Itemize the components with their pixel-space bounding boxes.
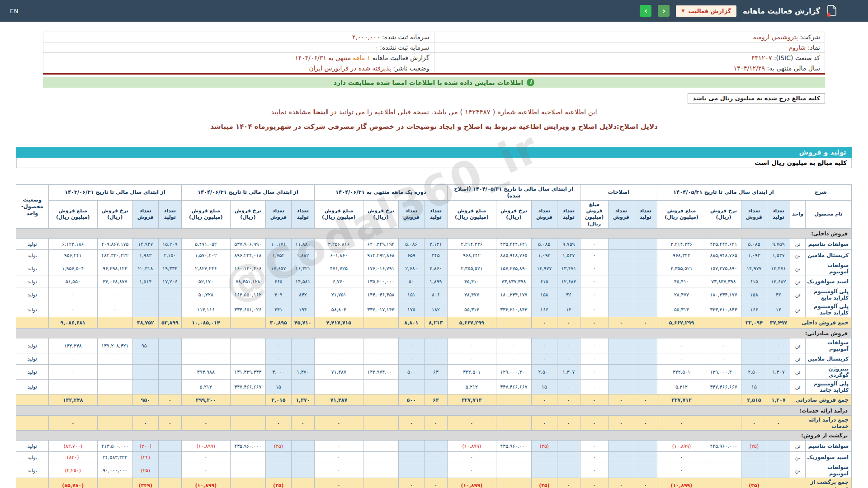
value-cell: ۱,۸۸۲ [291, 250, 314, 261]
sub-col-header: نرخ فروش (ریال) [230, 200, 265, 228]
symbol-value: شاروم [788, 44, 806, 51]
product-status-cell: تولید [16, 276, 48, 287]
value-cell [158, 463, 181, 478]
previous-report-button[interactable]: ‹ [658, 5, 670, 17]
value-cell [767, 478, 790, 488]
unit-cell: تن [790, 239, 805, 250]
value-cell [741, 463, 767, 478]
value-cell: ۰ [363, 338, 398, 353]
value-cell [608, 353, 634, 365]
value-cell: ۰ [741, 338, 767, 353]
value-cell: ۴۳۵,۹۶۰,۰۰۰ [706, 441, 741, 452]
product-name: سولفات پتاسیم [806, 441, 852, 452]
value-cell [608, 380, 634, 394]
value-cell: ۰ [580, 441, 608, 452]
value-cell: ۹۶۸,۳۴۲ [447, 250, 496, 261]
value-cell: (۲۵) [531, 478, 557, 488]
language-switch-en[interactable]: EN [10, 8, 19, 14]
value-cell: (۸۵,۷۸۰) [48, 478, 97, 488]
table-row: پلی آلومینیوم کلراید جامدتن۱۲۱۶۶۳۳۳,۲۱۰,… [16, 302, 851, 317]
production-sales-table: شرحاز ابتدای سال مالی تا تاریخ ۱۴۰۴/۰۵/۳… [16, 184, 852, 488]
value-cell [496, 317, 531, 328]
product-name: کریستال ملامین [806, 250, 852, 261]
value-cell [608, 239, 634, 250]
value-cell: (۱۰,۸۹۹) [447, 441, 496, 452]
product-status-cell: تولید [16, 452, 48, 463]
value-cell [634, 302, 657, 317]
value-cell: ۲,۳۵۵,۵۲۱ [447, 261, 496, 276]
value-cell: ۰ [557, 338, 580, 353]
header-subcol-row: نام محصولواحدتعداد تولیدتعداد فروشنرخ فر… [16, 200, 851, 228]
value-cell: ۱۴,۹۷۷ [741, 261, 767, 276]
value-cell: ۴۵,۷۱۰ [291, 317, 314, 328]
report-document-icon[interactable] [826, 5, 836, 17]
fiscal-year-label: سال مالی منتهی به: [767, 65, 820, 72]
section-label: فروش صادراتی: [16, 328, 851, 338]
value-cell: ۱۶۶ [741, 302, 767, 317]
report-type-dropdown[interactable]: گزارش فعالیت ▼ [676, 5, 736, 17]
value-cell: ۰ [767, 353, 790, 365]
value-cell: ۳۲۲,۵۰۱ [657, 365, 706, 380]
value-cell: ۱,۹۸۳ [132, 250, 158, 261]
value-cell: ۰ [97, 302, 132, 317]
col-group-1: اصلاحات [580, 185, 657, 201]
value-cell: ۲,۵۰۰ [531, 365, 557, 380]
value-cell: ۳۴۷,۴۶۶,۶۶۷ [496, 380, 531, 394]
sub-col-header: تعداد فروش [398, 200, 424, 228]
value-cell [706, 394, 741, 406]
value-cell [230, 478, 265, 488]
value-cell: ۸۴۲ [291, 287, 314, 302]
product-status-cell: تولید [16, 338, 48, 353]
value-cell: ۱۰,۰۸۵,۰۱۴ [181, 317, 230, 328]
value-cell: ۳۸,۷۵۲ [132, 317, 158, 328]
previous-version-link[interactable]: اینجا [313, 108, 328, 116]
value-cell [767, 463, 790, 478]
value-cell: ۵,۰۸۵ [741, 239, 767, 250]
value-cell: ۷۳,۸۳۷,۳۹۸ [496, 276, 531, 287]
table-row: اسید سولفوریکتن۰۰۰۰۰(۲۴)۳۴,۵۸۳,۳۳۳(۸۳۰)ت… [16, 452, 851, 463]
value-cell: ۲,۲۱۴,۲۳۶ [447, 239, 496, 250]
unit-cell: تن [790, 380, 805, 394]
value-cell: ۳۶ [557, 287, 580, 302]
value-cell [291, 452, 314, 463]
value-cell [634, 380, 657, 394]
col-group-3: دوره یک ماهه منتهی به ۱۴۰۴/۰۶/۳۱ [314, 185, 447, 201]
value-cell [767, 441, 790, 452]
value-cell: ۰ [363, 353, 398, 365]
value-cell: (۲۵) [741, 478, 767, 488]
value-cell: ۱۰,۱۷۱ [265, 239, 291, 250]
value-cell: ۰ [657, 416, 706, 431]
value-cell: ۰ [657, 452, 706, 463]
value-cell: ۰ [447, 353, 496, 365]
amendment-notice-text: این اطلاعیه اصلاحیه اطلاعیه شماره ( ۱۴۲۴… [330, 108, 597, 116]
value-cell [741, 452, 767, 463]
value-cell: ۰ [424, 353, 447, 365]
value-cell: ۱۲۹,۰۰۰,۴۰۰ [496, 365, 531, 380]
sub-col-header: تعداد تولید [158, 200, 181, 228]
report-period-label: گزارش فعالیت ماهانه [373, 54, 429, 61]
info-row: سال مالی منتهی به: ۱۴۰۴/۱۲/۲۹ وضعیت ناشر… [43, 63, 825, 74]
unit-cell: تن [790, 250, 805, 261]
row-label: جمع برگشت از فروش [790, 478, 851, 488]
value-cell: ۴۳۵,۴۴۴,۶۴۱ [496, 239, 531, 250]
value-cell: ۰ [97, 380, 132, 394]
value-cell: ۷۳,۸۳۷,۳۹۸ [706, 276, 741, 287]
value-cell: ۹,۰۸۶,۶۸۱ [48, 317, 97, 328]
value-cell: (۲۵) [265, 478, 291, 488]
value-cell: ۲۲,۰۹۴ [741, 317, 767, 328]
col-group-2: از ابتدای سال مالی تا تاریخ ۱۴۰۴/۰۵/۳۱ (… [447, 185, 580, 201]
next-report-button[interactable]: › [640, 5, 651, 17]
table-row: سولفات آمونیومتن۱۳,۴۷۱۱۴,۹۷۷۱۵۷,۲۷۵,۸۹۰۲… [16, 261, 851, 276]
value-cell [424, 441, 447, 452]
section-row: فروش داخلی: [16, 229, 851, 239]
product-status-cell: تولید [16, 365, 48, 380]
value-cell: ۰ [48, 380, 97, 394]
col-group-0: از ابتدای سال مالی تا تاریخ ۱۴۰۴/۰۵/۳۱ [657, 185, 790, 201]
sub-col-header: تعداد فروش [132, 200, 158, 228]
value-cell: ۲۸,۴۷۷ [657, 287, 706, 302]
value-cell: ۶۳ [424, 394, 447, 406]
product-name: سولفات آمونیوم [806, 463, 852, 478]
value-cell: (۸۲,۷۰۰) [48, 441, 97, 452]
value-cell: ۱۵۸ [531, 287, 557, 302]
value-cell: ۶,۱۲۲,۱۸۶ [48, 239, 97, 250]
